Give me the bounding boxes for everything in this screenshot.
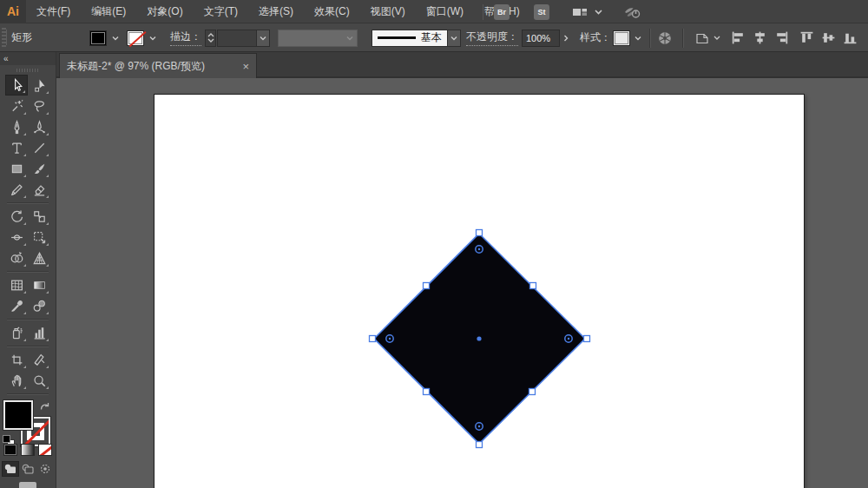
stroke-panel-link[interactable]: 描边： <box>170 30 201 46</box>
fill-stroke-block <box>2 399 54 440</box>
slice-tool[interactable] <box>28 349 50 370</box>
style-swatch[interactable] <box>613 30 630 46</box>
pen-tool[interactable] <box>5 116 28 137</box>
menu-item-object[interactable]: 对象(O) <box>136 0 193 23</box>
fill-color-swatch[interactable] <box>89 30 107 46</box>
bridge-button[interactable]: Br <box>494 4 510 20</box>
free-transform-tool[interactable] <box>28 227 50 247</box>
transform-options-icon[interactable] <box>694 23 720 52</box>
document-tab[interactable]: 未标题-2* @ 97% (RGB/预览) × <box>59 53 257 78</box>
panel-grip[interactable] <box>16 69 39 72</box>
zoom-tool[interactable] <box>28 370 50 391</box>
menu-item-effect[interactable]: 效果(C) <box>304 0 360 23</box>
perspective-grid-tool[interactable] <box>28 247 50 268</box>
variable-width-profile-dropdown[interactable]: 基本 <box>372 30 448 47</box>
mesh-tool[interactable] <box>5 274 28 295</box>
hand-tool[interactable] <box>5 370 28 391</box>
canvas-area[interactable] <box>56 78 868 488</box>
panel-collapse-button[interactable]: « <box>0 52 56 65</box>
document-tab-title: 未标题-2* @ 97% (RGB/预览) <box>67 59 205 74</box>
align-center-v-icon[interactable] <box>821 30 836 45</box>
app-logo: Ai <box>0 0 26 23</box>
rectangle-tool[interactable] <box>5 158 28 179</box>
width-tool[interactable] <box>5 227 28 247</box>
profile-chevron[interactable] <box>448 30 461 47</box>
artboard-tool[interactable] <box>5 349 28 370</box>
opacity-panel-link[interactable]: 不透明度： <box>466 30 518 46</box>
lasso-tool[interactable] <box>28 96 50 116</box>
stroke-color-chevron[interactable] <box>148 23 157 52</box>
menu-item-type[interactable]: 文字(T) <box>194 0 248 23</box>
stroke-weight-stepper[interactable] <box>205 23 216 52</box>
style-label: 样式： <box>580 30 611 45</box>
shape-builder-tool[interactable] <box>5 247 28 268</box>
opacity-input[interactable]: 100% <box>522 30 560 47</box>
draw-normal-button[interactable] <box>2 461 19 477</box>
draw-inside-button[interactable] <box>36 461 54 477</box>
pencil-tool[interactable] <box>5 179 28 200</box>
menu-item-view[interactable]: 视图(V) <box>360 0 416 23</box>
scale-tool[interactable] <box>28 206 50 227</box>
document-tab-bar: 未标题-2* @ 97% (RGB/预览) × <box>56 52 868 78</box>
selection-overlay <box>56 78 868 488</box>
blend-tool[interactable] <box>28 295 50 316</box>
recolor-artwork-icon[interactable] <box>657 23 673 52</box>
profile-value: 基本 <box>421 30 442 45</box>
tab-close-icon[interactable]: × <box>242 61 249 72</box>
brush-definition-dropdown <box>278 30 358 47</box>
menu-bar: Ai 文件(F) 编辑(E) 对象(O) 文字(T) 选择(S) 效果(C) 视… <box>0 0 868 23</box>
direct-selection-tool[interactable] <box>28 75 50 96</box>
stroke-weight-value[interactable] <box>217 30 257 47</box>
none-button[interactable] <box>38 444 52 456</box>
control-bar: 矩形 描边： 基本 不透明度： 100% <box>0 23 868 52</box>
stock-button[interactable]: St <box>534 4 549 20</box>
line-segment-tool[interactable] <box>28 137 50 158</box>
color-button[interactable] <box>3 444 17 456</box>
fill-color-chevron[interactable] <box>111 23 120 52</box>
center-anchor[interactable] <box>477 336 481 340</box>
align-left-icon[interactable] <box>731 30 746 45</box>
tool-grid <box>5 75 50 391</box>
menu-item-file[interactable]: 文件(F) <box>26 0 81 23</box>
fill-proxy[interactable] <box>3 400 33 430</box>
tools-panel: « <box>0 52 56 488</box>
chevron-down-icon[interactable] <box>595 10 602 15</box>
selection-tool[interactable] <box>5 75 28 96</box>
style-chevron[interactable] <box>634 23 642 52</box>
cs-live-icon[interactable] <box>623 4 642 20</box>
draw-behind-button[interactable] <box>19 461 36 477</box>
menu-item-window[interactable]: 窗口(W) <box>416 0 474 23</box>
stroke-profile-line <box>378 36 416 39</box>
control-bar-grip[interactable] <box>2 28 6 47</box>
menu-item-edit[interactable]: 编辑(E) <box>81 0 136 23</box>
selection-type-label: 矩形 <box>11 30 32 45</box>
magic-wand-tool[interactable] <box>5 96 28 116</box>
stroke-color-swatch[interactable] <box>127 30 144 46</box>
screen-mode-button[interactable] <box>19 482 36 488</box>
gradient-button[interactable] <box>21 444 35 456</box>
drawing-mode-row <box>2 461 54 477</box>
type-tool[interactable] <box>5 137 28 158</box>
eraser-tool[interactable] <box>28 179 50 200</box>
align-top-icon[interactable] <box>799 30 814 45</box>
symbol-sprayer-tool[interactable] <box>5 322 28 343</box>
align-center-h-icon[interactable] <box>753 30 767 45</box>
align-right-icon[interactable] <box>774 30 789 45</box>
opacity-expand-button[interactable] <box>562 23 570 52</box>
gradient-tool[interactable] <box>28 274 50 295</box>
color-mode-row <box>3 444 52 456</box>
eyedropper-tool[interactable] <box>5 295 28 316</box>
paintbrush-tool[interactable] <box>28 158 50 179</box>
curvature-tool[interactable] <box>28 116 50 137</box>
swap-fill-stroke-icon[interactable] <box>38 400 50 416</box>
menu-item-select[interactable]: 选择(S) <box>248 0 304 23</box>
rotate-tool[interactable] <box>5 206 28 227</box>
stroke-weight-chevron[interactable] <box>257 30 270 47</box>
align-bottom-icon[interactable] <box>843 30 858 45</box>
column-graph-tool[interactable] <box>28 322 50 343</box>
workspace-switcher-icon[interactable] <box>572 5 588 19</box>
